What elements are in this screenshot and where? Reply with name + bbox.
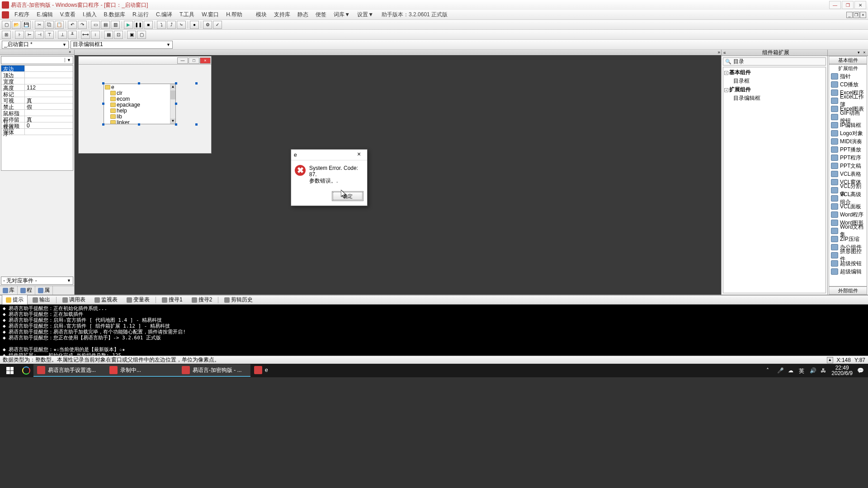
form-minimize-button[interactable]: — <box>177 57 188 64</box>
tree-child[interactable]: 目录框 <box>724 77 825 85</box>
network-icon[interactable]: 🖧 <box>821 367 827 374</box>
property-value[interactable]: 0 <box>25 122 73 128</box>
dialog-close-button[interactable]: × <box>354 150 364 160</box>
palette-item[interactable]: MIDI演奏 <box>829 137 867 145</box>
property-row[interactable]: 鼠标指针 <box>1 110 73 116</box>
taskbar-item[interactable]: e <box>250 364 273 377</box>
menu-settings[interactable]: 设置▼ <box>354 10 377 19</box>
tree-item[interactable]: e <box>104 84 175 90</box>
form-maximize-button[interactable]: □ <box>189 57 199 64</box>
palette-item[interactable]: 拼形图控件 <box>829 251 867 259</box>
tab-clip-history[interactable]: 剪辑历史 <box>220 295 257 305</box>
ungroup-btn[interactable]: ▢ <box>137 31 146 39</box>
directory-tree-control[interactable]: eclrecomepackagehelpliblinker ▲ ▼ <box>104 84 176 124</box>
volume-icon[interactable]: 🔊 <box>810 367 816 374</box>
menu-compile[interactable]: C.编译 <box>152 10 176 19</box>
palette-item[interactable]: Word文档集 <box>829 227 867 235</box>
tab-library[interactable]: 库 <box>0 286 18 295</box>
property-row[interactable]: 禁止假 <box>1 103 73 110</box>
tool-breakpoint[interactable]: ● <box>190 21 199 29</box>
menu-support[interactable]: 支持库 <box>270 10 294 19</box>
property-value[interactable]: 真 <box>25 116 73 122</box>
component-selector-combo[interactable]: 目录编辑框1 ▼ <box>71 41 173 49</box>
property-value[interactable] <box>25 66 73 71</box>
palette-item[interactable]: IP编辑框 <box>829 121 867 129</box>
property-filter-combo[interactable]: ▼ <box>1 56 73 64</box>
palette-item[interactable]: Word程序 <box>829 211 867 219</box>
menu-static[interactable]: 静态 <box>294 10 312 19</box>
property-value[interactable] <box>25 72 73 78</box>
property-value[interactable]: 假 <box>25 103 73 109</box>
panel-close-button[interactable]: × <box>69 50 73 54</box>
palette-tab-extended[interactable]: 扩展组件 <box>829 64 867 72</box>
resize-handle[interactable] <box>102 103 104 105</box>
resize-handle[interactable] <box>102 82 104 84</box>
taskbar-item[interactable]: 录制中... <box>106 364 178 377</box>
form-body[interactable]: eclrecomepackagehelpliblinker ▲ ▼ <box>79 65 211 153</box>
taskbar-item[interactable]: 易语言助手设置选... <box>33 364 106 377</box>
tool-window[interactable]: ▥ <box>111 21 120 29</box>
resize-handle[interactable] <box>195 123 198 126</box>
property-grid[interactable]: 左边顶边宽度高度112标记可视真禁止假鼠标指针可停留焦点真停留顺序0字体 <box>1 65 73 171</box>
space-v[interactable]: ↕ <box>91 31 100 39</box>
ime-icon[interactable]: 英 <box>799 367 805 374</box>
resize-handle[interactable] <box>175 82 177 84</box>
tool-step-out[interactable]: ⤷ <box>177 21 186 29</box>
menu-help[interactable]: H.帮助 <box>222 10 246 19</box>
notifications-icon[interactable]: 💬 <box>857 367 863 374</box>
property-value[interactable] <box>25 91 73 97</box>
property-row[interactable]: 高度112 <box>1 84 73 91</box>
resize-handle[interactable] <box>195 82 198 84</box>
minimize-button[interactable]: — <box>829 1 841 9</box>
start-button[interactable] <box>1 364 19 377</box>
tool-run[interactable]: ▶ <box>124 21 133 29</box>
close-button[interactable]: ✕ <box>854 1 866 9</box>
form-designer-window[interactable]: — □ × eclrecomepackagehelpliblinker ▲ ▼ <box>78 56 212 154</box>
space-h[interactable]: ⟷ <box>81 31 90 39</box>
palette-item[interactable]: GIF动画按钮 <box>829 113 867 121</box>
palette-item[interactable]: VCL表格 <box>829 170 867 178</box>
scroll-up-button[interactable]: ▲ <box>170 84 175 89</box>
ok-button[interactable]: 确定 <box>332 191 363 201</box>
tree-item[interactable]: ecom <box>104 96 175 102</box>
tab-output[interactable]: 输出 <box>28 295 54 305</box>
tool-paste[interactable]: 📋 <box>55 21 64 29</box>
tool-stop[interactable]: ■ <box>144 21 153 29</box>
collapse-button[interactable]: » <box>717 50 720 55</box>
collapse-icon[interactable]: - <box>724 88 728 92</box>
palette-tab-basic[interactable]: 基本组件 <box>829 56 867 64</box>
resize-handle[interactable] <box>175 103 177 105</box>
menu-note[interactable]: 便签 <box>312 10 330 19</box>
tab-hint[interactable]: 提示 <box>2 295 28 305</box>
palette-item[interactable]: CD播放 <box>829 80 867 89</box>
align-right[interactable]: ⊣ <box>35 31 44 39</box>
align-middle[interactable]: ⊥ <box>58 31 67 39</box>
status-toggle-button[interactable]: ▲ <box>827 357 833 363</box>
palette-list[interactable]: 指针CD播放Excel程序Excel工作簿Excel图表GIF动画按钮IP编辑框… <box>829 72 867 286</box>
tool-redo[interactable]: ↷ <box>78 21 87 29</box>
collapse-left-button[interactable]: « <box>723 50 726 55</box>
tab-program[interactable]: 程 <box>18 286 35 295</box>
scroll-thumb[interactable] <box>170 90 175 99</box>
menu-insert[interactable]: I.插入 <box>79 10 100 19</box>
menu-database[interactable]: B.数据库 <box>100 10 129 19</box>
panel-menu-button[interactable]: ▾ <box>856 50 861 55</box>
menu-tools[interactable]: T.工具 <box>176 10 198 19</box>
tool-save[interactable]: 💾 <box>22 21 31 29</box>
align-center-h[interactable]: ⊢ <box>25 31 34 39</box>
size-same[interactable]: ▦ <box>104 31 113 39</box>
group-btn[interactable]: ▣ <box>127 31 136 39</box>
resize-handle[interactable] <box>102 123 104 126</box>
menu-view[interactable]: V.查看 <box>57 10 79 19</box>
menu-dict[interactable]: 词库▼ <box>330 10 354 19</box>
tool-new[interactable]: ▢ <box>2 21 11 29</box>
palette-tab-external[interactable]: 外部组件 <box>829 286 867 295</box>
tab-search2[interactable]: 搜寻2 <box>188 295 217 305</box>
mdi-minimize-button[interactable]: _ <box>846 12 853 18</box>
tab-vars[interactable]: 变量表 <box>123 295 154 305</box>
clock[interactable]: 22:49 2020/6/9 <box>831 365 853 376</box>
tool-cut[interactable]: ✂ <box>35 21 44 29</box>
property-row[interactable]: 标记 <box>1 91 73 97</box>
property-value[interactable] <box>25 110 73 116</box>
palette-item[interactable]: PPT程序 <box>829 154 867 162</box>
